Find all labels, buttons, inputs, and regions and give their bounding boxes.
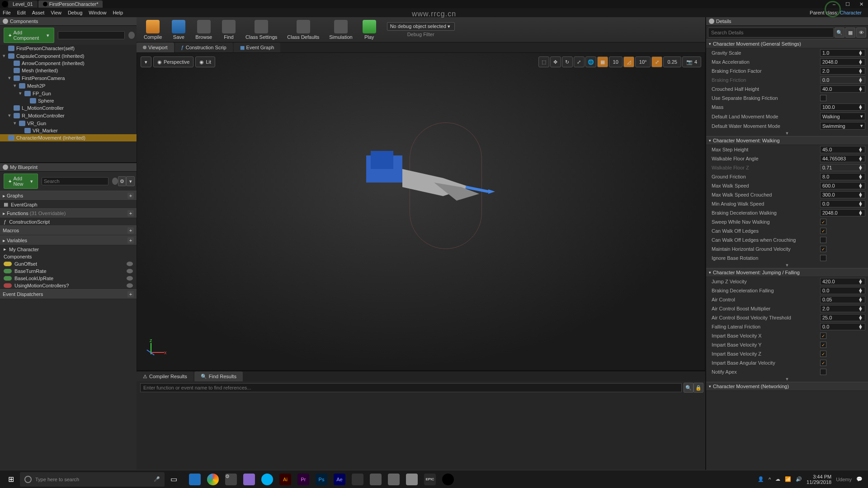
close-button[interactable]: ✕ <box>854 0 868 8</box>
viewport-3d[interactable]: ▾ ◉ Perspective ◉ Lit ⬚ ✥ ↻ ⤢ 🌐 ▦ 10 ◿ 1… <box>137 52 705 371</box>
number-input[interactable]: 0.0▲▼ <box>820 200 865 207</box>
checkbox[interactable] <box>820 219 826 225</box>
eventgraph-item[interactable]: ▦EventGraph <box>0 201 137 208</box>
app-icon[interactable] <box>367 471 384 488</box>
unreal-icon[interactable] <box>439 471 457 488</box>
checkbox[interactable] <box>820 246 826 252</box>
number-input[interactable]: 1.0▲▼ <box>820 49 865 56</box>
minimize-button[interactable]: – <box>827 0 841 8</box>
graphs-header[interactable]: ▸ Graphs+ <box>0 191 137 201</box>
app-icon[interactable] <box>403 471 420 488</box>
number-input[interactable]: 44.765083▲▼ <box>820 155 865 162</box>
number-input[interactable]: 420.0▲▼ <box>820 278 865 285</box>
combo-box[interactable]: Walking▾ <box>820 113 865 120</box>
simulation-button[interactable]: Simulation <box>325 18 357 42</box>
find-button-icon[interactable]: 🔍 <box>684 383 693 393</box>
tree-item[interactable]: ▾CapsuleComponent (Inherited) <box>0 52 137 60</box>
debug-object-select[interactable]: No debug object selected ▾ <box>387 22 455 31</box>
tree-item[interactable]: Mesh (Inherited) <box>0 67 137 74</box>
chrome-icon[interactable] <box>204 471 222 488</box>
functions-header[interactable]: ▸ Functions (31 Overridable)+ <box>0 208 137 218</box>
combo-box[interactable]: Swimming▾ <box>820 122 865 130</box>
tab-compiler-results[interactable]: ⚠Compiler Results <box>137 371 193 381</box>
add-graph-button[interactable]: + <box>127 192 134 199</box>
variable-item[interactable]: GunOffset <box>0 260 137 267</box>
snap-angle-icon[interactable]: ◿ <box>623 56 634 67</box>
checkbox[interactable] <box>820 342 826 348</box>
tab-viewport[interactable]: Viewport <box>137 42 174 52</box>
premiere-icon[interactable]: Pr <box>295 471 312 488</box>
variable-item[interactable]: UsingMotionControllers? <box>0 282 137 289</box>
tab-level[interactable]: Level_01 <box>8 0 38 8</box>
components-search[interactable] <box>58 31 125 39</box>
tree-item[interactable]: L_MotionController <box>0 104 137 112</box>
find-input[interactable] <box>140 383 682 392</box>
task-view-button[interactable]: ▭ <box>165 470 183 488</box>
variable-item[interactable]: BaseLookUpRate <box>0 275 137 282</box>
settings-icon[interactable]: ⚙ <box>222 471 240 488</box>
variable-item[interactable]: BaseTurnRate <box>0 267 137 275</box>
number-input[interactable]: 0.0▲▼ <box>820 323 865 330</box>
menu-file[interactable]: File <box>3 10 11 15</box>
tree-item[interactable]: VR_Marker <box>0 127 137 134</box>
checkbox[interactable] <box>820 360 826 366</box>
edge-icon[interactable] <box>186 471 203 488</box>
snap-grid-icon[interactable]: ▦ <box>597 56 608 67</box>
category-header[interactable]: ▾Character Movement (Networking) <box>706 382 868 391</box>
number-input[interactable]: 0.05▲▼ <box>820 296 865 303</box>
grid-snap-value[interactable]: 10 <box>609 56 623 67</box>
tray-wifi-icon[interactable]: 📶 <box>785 476 791 482</box>
maximize-button[interactable]: ☐ <box>841 0 854 8</box>
tree-item[interactable]: Sphere <box>0 97 137 104</box>
notifications-icon[interactable]: 💬 <box>856 476 863 482</box>
view-icon[interactable]: ▾ <box>126 176 135 186</box>
number-input[interactable]: 2.0▲▼ <box>820 67 865 75</box>
world-local-icon[interactable]: 🌐 <box>585 56 596 67</box>
menu-edit[interactable]: Edit <box>17 10 26 15</box>
number-input[interactable]: 100.0▲▼ <box>820 103 865 111</box>
vp-menu-button[interactable]: ▾ <box>141 56 151 67</box>
macros-header[interactable]: Macros+ <box>0 225 137 235</box>
tab-eventgraph[interactable]: ▦Event Graph <box>234 42 281 52</box>
class-settings-button[interactable]: Class Settings <box>241 18 282 42</box>
start-button[interactable]: ⊞ <box>2 470 20 488</box>
add-dispatcher-button[interactable]: + <box>127 291 134 297</box>
tray-clock[interactable]: 3:44 PM11/29/2018 <box>807 474 831 485</box>
translate-mode-icon[interactable]: ✥ <box>550 56 561 67</box>
tab-blueprint[interactable]: FirstPersonCharacter* <box>38 0 103 8</box>
number-input[interactable]: 25.0▲▼ <box>820 314 865 321</box>
tree-item[interactable]: FirstPersonCharacter(self) <box>0 45 137 52</box>
number-input[interactable]: 2048.0▲▼ <box>820 58 865 66</box>
select-mode-icon[interactable]: ⬚ <box>538 56 549 67</box>
expand-arrow-icon[interactable]: ▼ <box>706 376 868 382</box>
search-icon[interactable] <box>112 178 118 185</box>
parent-class-link[interactable]: Character <box>840 10 862 15</box>
scale-snap-value[interactable]: 0.25 <box>663 56 681 67</box>
tray-cloud-icon[interactable]: ☁ <box>775 476 780 482</box>
compile-button[interactable]: Compile <box>139 18 166 42</box>
lit-button[interactable]: ◉ Lit <box>195 56 215 67</box>
class-defaults-button[interactable]: Class Defaults <box>283 18 324 42</box>
number-input[interactable]: 300.0▲▼ <box>820 191 865 198</box>
epic-icon[interactable]: EPIC <box>421 471 439 488</box>
tree-item[interactable]: ▾FP_Gun <box>0 89 137 97</box>
skype-icon[interactable] <box>259 471 276 488</box>
browse-button[interactable]: Browse <box>191 18 217 42</box>
construction-item[interactable]: ƒConstructionScript <box>0 218 137 225</box>
menu-window[interactable]: Window <box>89 10 106 15</box>
details-body[interactable]: ▾Character Movement (General Settings)Gr… <box>706 39 868 479</box>
tray-volume-icon[interactable]: 🔊 <box>796 476 802 482</box>
checkbox[interactable] <box>820 369 826 375</box>
number-input[interactable]: 2.0▲▼ <box>820 305 865 312</box>
components-category[interactable]: Components <box>0 253 137 260</box>
aftereffects-icon[interactable]: Ae <box>331 471 348 488</box>
angle-snap-value[interactable]: 10° <box>635 56 651 67</box>
dispatchers-header[interactable]: Event Dispatchers+ <box>0 289 137 299</box>
category-header[interactable]: ▾Character Movement (General Settings) <box>706 39 868 48</box>
filter-icon[interactable]: ⚙ <box>118 176 127 186</box>
save-button[interactable]: Save <box>167 18 190 42</box>
search-icon[interactable]: 🔍 <box>835 28 844 38</box>
number-input[interactable]: 45.0▲▼ <box>820 146 865 153</box>
add-function-button[interactable]: + <box>127 210 134 216</box>
tree-item[interactable]: ▾FirstPersonCamera <box>0 74 137 82</box>
